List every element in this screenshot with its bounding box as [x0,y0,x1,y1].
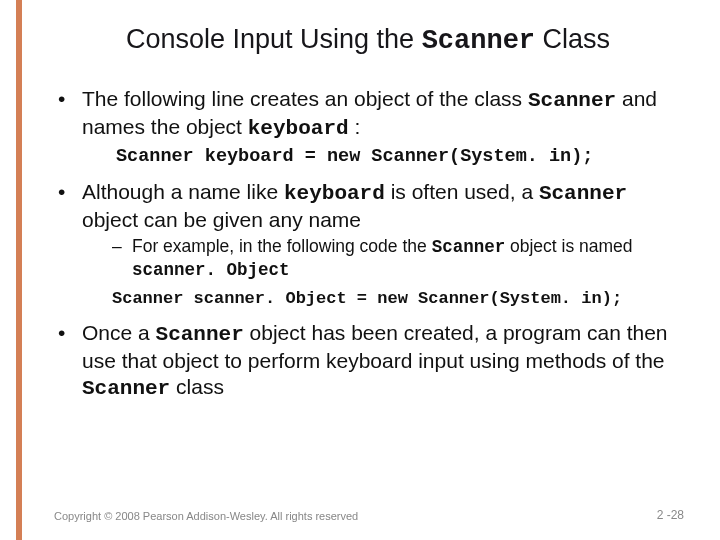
title-pre: Console Input Using the [126,24,422,54]
bullet-list: The following line creates an object of … [52,86,684,401]
bullet-3: Once a Scanner object has been created, … [52,320,684,401]
bullet-2-text: Although a name like keyboard is often u… [82,180,627,231]
bullet-3-text: Once a Scanner object has been created, … [82,321,668,397]
sub-code: Scanner scanner. Object = new Scanner(Sy… [112,288,684,310]
sub-list: For example, in the following code the S… [82,236,684,282]
title-code: Scanner [422,26,535,56]
copyright-footer: Copyright © 2008 Pearson Addison-Wesley.… [54,510,358,522]
slide-content: Console Input Using the Scanner Class Th… [22,0,720,540]
title-post: Class [535,24,610,54]
page-number: 2 -28 [657,508,684,522]
bullet-1: The following line creates an object of … [52,86,684,169]
bullet-1-text: The following line creates an object of … [82,87,657,138]
sub-bullet-text: For example, in the following code the S… [132,236,633,279]
slide-title: Console Input Using the Scanner Class [52,24,684,56]
bullet-2: Although a name like keyboard is often u… [52,179,684,310]
sub-bullet: For example, in the following code the S… [82,236,684,282]
bullet-1-code: Scanner keyboard = new Scanner(System. i… [116,145,684,169]
